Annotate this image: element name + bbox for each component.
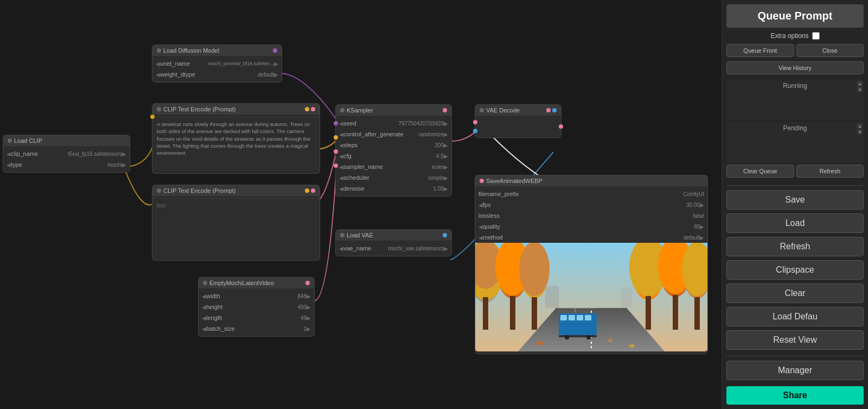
svg-rect-7 bbox=[510, 296, 515, 330]
save-animated-webp-header: SaveAnimatedWEBP bbox=[475, 175, 707, 186]
svg-rect-37 bbox=[545, 286, 559, 308]
svg-rect-16 bbox=[673, 295, 678, 330]
clear-queue-button[interactable]: Clear Queue bbox=[726, 165, 794, 178]
svg-point-36 bbox=[608, 339, 612, 342]
svg-rect-29 bbox=[559, 335, 597, 337]
svg-rect-13 bbox=[646, 296, 651, 330]
clear-refresh-row: Clear Queue Refresh bbox=[726, 165, 864, 178]
clipspace-button[interactable]: Clipspace bbox=[726, 260, 864, 280]
clip-text-encode-1-header: CLIP Text Encode (Prompt) bbox=[152, 104, 320, 115]
running-section: Running ▲ ▼ bbox=[726, 80, 864, 120]
reset-view-button[interactable]: Reset View bbox=[726, 330, 864, 350]
clip-text-encode-2-node: CLIP Text Encode (Prompt) text bbox=[152, 185, 320, 261]
weight-dtype-row: ◀ weight_dtype default ▶ bbox=[152, 69, 282, 80]
svg-point-30 bbox=[565, 335, 569, 339]
right-panel: Queue Prompt Extra options Queue Front C… bbox=[722, 0, 868, 409]
running-scroll-up[interactable]: ▲ bbox=[857, 81, 863, 86]
running-scrollbar: ▲ ▼ bbox=[857, 81, 863, 119]
svg-point-35 bbox=[629, 344, 635, 348]
queue-prompt-button[interactable]: Queue Prompt bbox=[726, 4, 864, 28]
svg-rect-19 bbox=[694, 297, 700, 330]
manager-button[interactable]: Manager bbox=[726, 361, 864, 380]
preview-image bbox=[475, 243, 707, 351]
svg-point-31 bbox=[586, 335, 591, 339]
extra-options-row: Extra options bbox=[726, 32, 864, 40]
load-vae-node: Load VAE ◀ vae_name mochi_vae.safetensor… bbox=[335, 229, 452, 256]
load-diffusion-header: Load Diffusion Model bbox=[152, 45, 282, 56]
empty-mochi-header: EmptyMochiLatentVideo bbox=[199, 278, 314, 288]
view-history-button[interactable]: View History bbox=[726, 61, 864, 74]
close-button[interactable]: Close bbox=[796, 44, 864, 57]
canvas-area: Load CLIP ◀ clip_name t5xxl_fp16.safeten… bbox=[0, 0, 722, 409]
load-diffusion-model-node: Load Diffusion Model ◀ unet_name mochi_p… bbox=[152, 45, 282, 83]
clip-name-row: ◀ clip_name t5xxl_fp16.safetensors ▶ bbox=[3, 148, 130, 159]
svg-rect-27 bbox=[577, 315, 583, 320]
unet-name-row: ◀ unet_name mochi_preview_bf16.safeten..… bbox=[152, 58, 282, 69]
clip-text-encode-2-header: CLIP Text Encode (Prompt) bbox=[152, 185, 320, 196]
running-scroll-down[interactable]: ▼ bbox=[857, 87, 863, 92]
pending-scroll-down[interactable]: ▼ bbox=[857, 129, 863, 135]
save-animated-webp-node: SaveAnimatedWEBP filename_prefix ComfyUI… bbox=[475, 175, 708, 354]
clip-text-encode-1-node: CLIP Text Encode (Prompt) A streetcar ru… bbox=[152, 103, 320, 174]
svg-rect-10 bbox=[532, 297, 537, 330]
extra-options-checkbox[interactable] bbox=[812, 32, 820, 40]
load-clip-header: Load CLIP bbox=[3, 135, 130, 146]
empty-mochi-node: EmptyMochiLatentVideo ◀ width 848 ▶ ◀ he… bbox=[198, 277, 315, 337]
vae-decode-node: VAE Decode bbox=[475, 104, 561, 138]
queue-front-close-row: Queue Front Close bbox=[726, 44, 864, 57]
clip-text-2-content: text bbox=[152, 198, 320, 258]
svg-point-34 bbox=[537, 341, 543, 345]
svg-rect-28 bbox=[585, 315, 591, 320]
refresh-button[interactable]: Refresh bbox=[726, 237, 864, 256]
share-button[interactable]: Share bbox=[726, 386, 864, 405]
svg-rect-4 bbox=[483, 297, 488, 330]
extra-options-label: Extra options bbox=[770, 32, 808, 40]
queue-front-button[interactable]: Queue Front bbox=[726, 44, 794, 57]
pending-section: Pending ▲ ▼ bbox=[726, 122, 864, 162]
pending-scroll-up[interactable]: ▲ bbox=[857, 123, 863, 129]
ksampler-node: KSampler ◀ seed 797750420703420 ▶ ◀ cont… bbox=[335, 104, 452, 197]
load-button[interactable]: Load bbox=[726, 213, 864, 233]
save-button[interactable]: Save bbox=[726, 190, 864, 210]
vae-decode-header: VAE Decode bbox=[475, 105, 561, 116]
pending-label: Pending bbox=[729, 124, 861, 132]
ksampler-header: KSampler bbox=[336, 105, 451, 116]
clip-text-1-content: A streetcar runs slowly through an avenu… bbox=[152, 117, 320, 171]
svg-rect-25 bbox=[560, 315, 567, 320]
pending-scrollbar: ▲ ▼ bbox=[857, 123, 863, 161]
running-label: Running bbox=[729, 82, 861, 90]
load-defaults-button[interactable]: Load Defau bbox=[726, 307, 864, 326]
svg-rect-38 bbox=[621, 287, 632, 308]
refresh-top-button[interactable]: Refresh bbox=[796, 165, 864, 178]
clear-button[interactable]: Clear bbox=[726, 284, 864, 303]
clip-type-row: ◀ type mochi ▶ bbox=[3, 159, 130, 170]
load-vae-header: Load VAE bbox=[336, 230, 451, 241]
svg-rect-26 bbox=[569, 315, 575, 320]
svg-point-9 bbox=[519, 243, 550, 296]
load-clip-node: Load CLIP ◀ clip_name t5xxl_fp16.safeten… bbox=[3, 135, 130, 173]
